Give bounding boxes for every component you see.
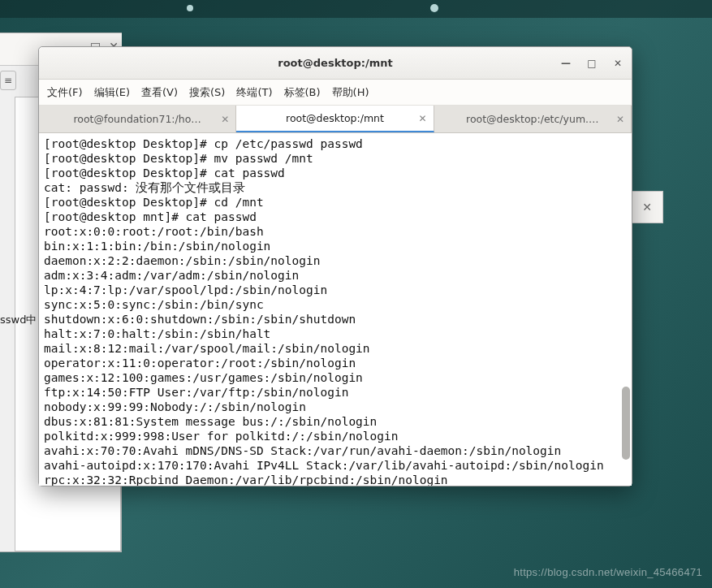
- terminal-line: cat: passwd: 没有那个文件或目录: [44, 180, 627, 195]
- terminal-output[interactable]: [root@desktop Desktop]# cp /etc/passwd p…: [39, 133, 632, 486]
- terminal-line: [root@desktop mnt]# cat passwd: [44, 210, 627, 224]
- terminal-line: avahi:x:70:70:Avahi mDNS/DNS-SD Stack:/v…: [44, 443, 627, 458]
- terminal-line: sync:x:5:0:sync:/sbin:/bin/sync: [44, 297, 627, 312]
- menu-help[interactable]: 帮助(H): [332, 85, 369, 100]
- background-window-close[interactable]: ✕: [631, 191, 663, 223]
- maximize-button[interactable]: □: [586, 58, 598, 69]
- tab-close-icon[interactable]: ✕: [221, 114, 229, 125]
- terminal-line: [root@desktop Desktop]# cp /etc/passwd p…: [44, 136, 627, 151]
- terminal-line: mail:x:8:12:mail:/var/spool/mail:/sbin/n…: [44, 341, 627, 356]
- terminal-line: rpc:x:32:32:Rpcbind Daemon:/var/lib/rpcb…: [44, 473, 627, 486]
- terminal-line: [root@desktop Desktop]# mv passwd /mnt: [44, 151, 627, 166]
- terminal-window: root@desktop:/mnt — □ ✕ 文件(F) 编辑(E) 查看(V…: [38, 46, 632, 486]
- terminal-line: ftp:x:14:50:FTP User:/var/ftp:/sbin/nolo…: [44, 385, 627, 400]
- terminal-line: lp:x:4:7:lp:/var/spool/lpd:/sbin/nologin: [44, 283, 627, 297]
- background-truncated-text: sswd中: [0, 313, 37, 327]
- tab-foundation[interactable]: root@foundation71:/ho… ✕: [39, 106, 236, 132]
- terminal-line: root:x:0:0:root:/root:/bin/bash: [44, 224, 627, 239]
- terminal-line: games:x:12:100:games:/usr/games:/sbin/no…: [44, 370, 627, 385]
- terminal-line: avahi-autoipd:x:170:170:Avahi IPv4LL Sta…: [44, 458, 627, 473]
- terminal-line: shutdown:x:6:0:shutdown:/sbin:/sbin/shut…: [44, 312, 627, 326]
- topbar-indicator: [430, 4, 438, 12]
- terminal-line: dbus:x:81:81:System message bus:/:/sbin/…: [44, 414, 627, 429]
- menu-view[interactable]: 查看(V): [141, 85, 178, 100]
- menu-tabs[interactable]: 标签(B): [284, 85, 321, 100]
- tab-mnt[interactable]: root@desktop:/mnt ✕: [236, 106, 434, 132]
- terminal-line: adm:x:3:4:adm:/var/adm:/sbin/nologin: [44, 268, 627, 283]
- tab-bar: root@foundation71:/ho… ✕ root@desktop:/m…: [39, 106, 632, 133]
- tab-label: root@foundation71:/ho…: [73, 113, 201, 125]
- tab-label: root@desktop:/mnt: [286, 112, 384, 124]
- menu-bar: 文件(F) 编辑(E) 查看(V) 搜索(S) 终端(T) 标签(B) 帮助(H…: [39, 80, 632, 106]
- window-titlebar[interactable]: root@desktop:/mnt — □ ✕: [39, 47, 632, 80]
- terminal-line: bin:x:1:1:bin:/bin:/sbin/nologin: [44, 239, 627, 253]
- menu-search[interactable]: 搜索(S): [189, 85, 225, 100]
- tab-yum[interactable]: root@desktop:/etc/yum.… ✕: [434, 106, 632, 132]
- desktop-topbar: [0, 0, 712, 18]
- terminal-line: halt:x:7:0:halt:/sbin:/sbin/halt: [44, 326, 627, 341]
- terminal-line: nobody:x:99:99:Nobody:/:/sbin/nologin: [44, 400, 627, 414]
- watermark: https://blog.csdn.net/weixin_45466471: [514, 566, 702, 578]
- close-button[interactable]: ✕: [612, 58, 624, 69]
- menu-terminal[interactable]: 终端(T): [236, 85, 272, 100]
- window-title: root@desktop:/mnt: [278, 57, 392, 69]
- bg-hamburger-icon[interactable]: ≡: [0, 71, 16, 90]
- terminal-line: daemon:x:2:2:daemon:/sbin:/sbin/nologin: [44, 253, 627, 268]
- scrollbar[interactable]: [622, 135, 630, 484]
- terminal-line: [root@desktop Desktop]# cd /mnt: [44, 195, 627, 210]
- terminal-line: operator:x:11:0:operator:/root:/sbin/nol…: [44, 356, 627, 370]
- terminal-line: [root@desktop Desktop]# cat passwd: [44, 166, 627, 180]
- tab-close-icon[interactable]: ✕: [616, 114, 624, 125]
- minimize-button[interactable]: —: [560, 58, 572, 69]
- tab-label: root@desktop:/etc/yum.…: [466, 113, 599, 125]
- scrollbar-thumb[interactable]: [622, 387, 630, 460]
- menu-file[interactable]: 文件(F): [47, 85, 83, 100]
- menu-edit[interactable]: 编辑(E): [94, 85, 130, 100]
- tab-close-icon[interactable]: ✕: [419, 113, 427, 124]
- topbar-indicator: [187, 5, 193, 11]
- terminal-line: polkitd:x:999:998:User for polkitd:/:/sb…: [44, 429, 627, 443]
